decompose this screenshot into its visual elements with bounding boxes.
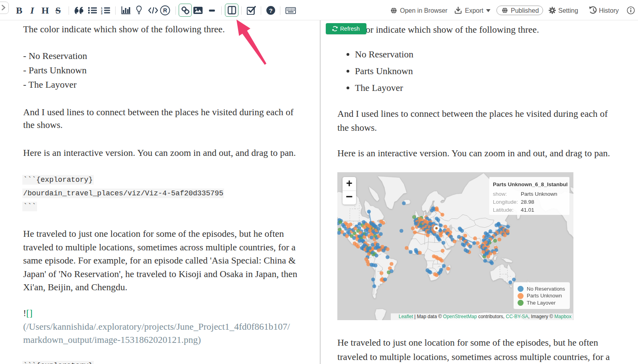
svg-text:3: 3 bbox=[101, 12, 102, 14]
svg-text:R: R bbox=[163, 7, 167, 14]
svg-text:?: ? bbox=[269, 7, 272, 14]
svg-text:1: 1 bbox=[101, 7, 102, 10]
